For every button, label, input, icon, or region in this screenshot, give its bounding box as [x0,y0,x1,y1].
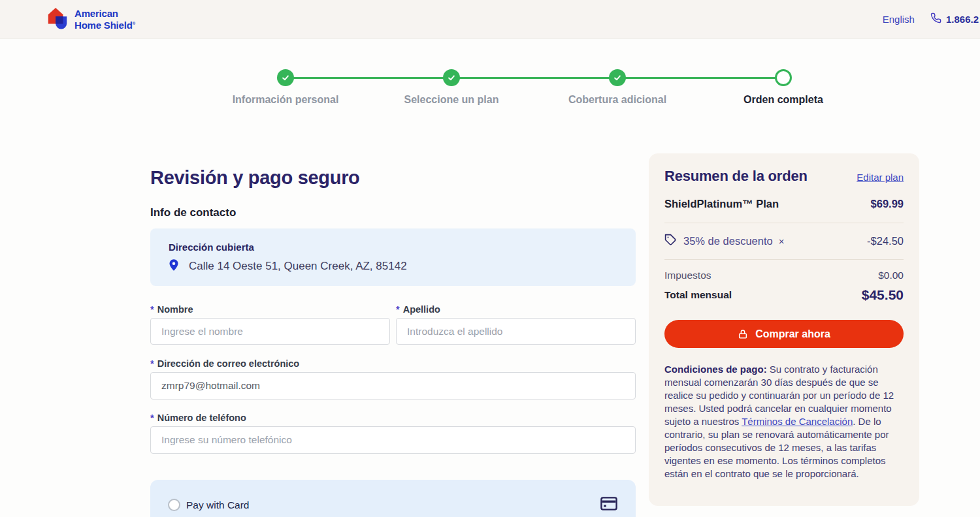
step-label-select-plan: Seleccione un plan [373,94,530,106]
tax-amount: $0.00 [878,270,904,281]
plan-row: ShieldPlatinum™ Plan $69.99 [664,198,904,210]
first-name-label: *Nombre [150,304,193,315]
step-circle-order-complete [775,69,792,86]
plan-price: $69.99 [871,198,904,210]
pay-with-card-radio[interactable] [168,499,180,511]
discount-tag-icon [664,234,677,249]
payment-method-option[interactable]: Pay with Card [150,480,636,517]
terms-heading: Condiciones de pago: [664,364,767,375]
logo-wordmark: American Home Shield® [74,9,135,30]
pay-with-card-label: Pay with Card [186,499,249,511]
checkout-page: American Home Shield® English 1.866.2 In… [0,0,980,517]
step-label-order-complete: Orden completa [705,94,862,106]
buy-now-button[interactable]: Comprar ahora [664,320,904,348]
step-circle-personal-info [277,69,294,86]
tax-label: Impuestos [664,270,711,281]
credit-card-icon [600,497,617,513]
total-amount: $45.50 [862,287,904,303]
cancellation-terms-link[interactable]: Términos de Cancelación [742,416,853,427]
step-circle-select-plan [443,69,460,86]
top-bar: American Home Shield® English 1.866.2 [0,0,980,39]
required-asterisk: * [150,358,154,369]
covered-address-label: Dirección cubierta [169,242,254,253]
order-summary-card: Resumen de la orden Editar plan ShieldPl… [649,153,919,506]
step-circle-additional-coverage [609,69,626,86]
stepper-connector-line [286,77,783,79]
contact-section-title: Info de contacto [150,206,236,219]
step-label-additional-coverage: Cobertura adicional [539,94,696,106]
phone-icon [930,12,941,26]
covered-address-value: Calle 14 Oeste 51, Queen Creek, AZ, 8514… [189,260,407,273]
total-label: Total mensual [664,289,732,301]
required-asterisk: * [396,304,400,315]
discount-amount: -$24.50 [867,235,904,247]
phone-label: *Número de teléfono [150,413,246,423]
logo-line2: Home Shield [74,20,133,31]
logo-trademark: ® [133,22,135,25]
language-link[interactable]: English [883,14,915,25]
remove-discount-button[interactable]: × [779,236,785,246]
last-name-input[interactable] [396,318,636,345]
phone-number[interactable]: 1.866.2 [946,14,979,25]
check-icon [447,73,456,82]
brand-logo[interactable]: American Home Shield® [46,6,135,33]
summary-divider [664,259,904,260]
first-name-input[interactable] [150,318,390,345]
summary-divider [664,223,904,223]
step-label-personal-info: Información personal [207,94,364,106]
required-asterisk: * [150,413,154,423]
check-icon [613,73,622,82]
email-label: *Dirección de correo electrónico [150,358,299,369]
header-phone[interactable]: 1.866.2 [930,12,979,26]
edit-plan-link[interactable]: Editar plan [857,172,904,183]
payment-terms: Condiciones de pago: Su contrato y factu… [664,363,904,480]
required-asterisk: * [150,304,154,315]
summary-title: Resumen de la orden [664,168,808,185]
email-input[interactable] [150,372,636,400]
discount-row: 35% de descuento × -$24.50 [664,232,904,250]
check-icon [281,73,290,82]
location-pin-icon [167,257,180,275]
page-title: Revisión y pago seguro [150,167,360,189]
covered-address-box: Dirección cubierta Calle 14 Oeste 51, Qu… [150,228,636,286]
last-name-label: *Apellido [396,304,440,315]
discount-label: 35% de descuento [683,235,773,247]
logo-line1: American [74,9,135,19]
plan-name: ShieldPlatinum™ Plan [664,198,779,210]
phone-input[interactable] [150,426,636,454]
lock-icon [738,329,748,339]
home-shield-logo-icon [46,6,69,33]
tax-row: Impuestos $0.00 [664,270,904,281]
top-bar-right: English 1.866.2 [883,0,980,39]
total-row: Total mensual $45.50 [664,287,904,303]
buy-now-label: Comprar ahora [755,328,830,340]
